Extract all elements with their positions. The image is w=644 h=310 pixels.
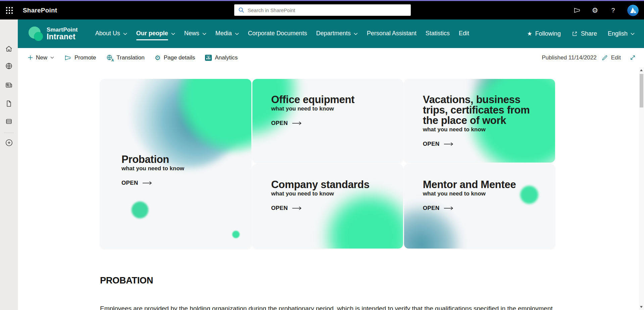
vertical-scrollbar bbox=[639, 67, 644, 310]
suite-bar: SharePoint ⚙ ? bbox=[0, 0, 644, 19]
chevron-down-icon bbox=[235, 33, 239, 35]
card-subtitle: what you need to know bbox=[271, 105, 390, 112]
waffle-icon bbox=[6, 7, 13, 14]
search-input[interactable] bbox=[248, 7, 407, 13]
scrollbar-thumb[interactable] bbox=[640, 74, 643, 107]
card-company-standards: Company standards what you need to know … bbox=[252, 164, 403, 249]
card-title: Vacations, business trips, certificates … bbox=[423, 94, 542, 126]
logo-line1: SmartPoint bbox=[47, 27, 78, 33]
analytics-icon bbox=[205, 55, 212, 61]
new-button[interactable]: New bbox=[28, 54, 54, 61]
open-link[interactable]: OPEN bbox=[121, 180, 152, 186]
logo-line2: Intranet bbox=[47, 33, 78, 41]
open-link[interactable]: OPEN bbox=[423, 141, 453, 147]
expand-icon bbox=[630, 54, 636, 61]
translation-icon: A bbox=[106, 54, 113, 61]
translation-button[interactable]: A Translation bbox=[106, 54, 144, 61]
main-nav: About Us Our people News Media Corporate… bbox=[95, 30, 469, 38]
card-office-equipment: Office equipment what you need to know O… bbox=[252, 79, 403, 163]
chevron-down-icon bbox=[171, 33, 175, 35]
arrow-right-icon bbox=[143, 181, 152, 185]
logo-mark-icon bbox=[29, 26, 44, 42]
arrow-right-icon bbox=[444, 142, 453, 146]
announcements-button[interactable] bbox=[573, 6, 581, 14]
page-details-button[interactable]: ⚙ Page details bbox=[155, 54, 195, 61]
card-subtitle: what you need to know bbox=[423, 126, 542, 133]
gear-icon: ⚙ bbox=[592, 7, 598, 14]
open-link[interactable]: OPEN bbox=[271, 120, 302, 127]
search-box[interactable] bbox=[234, 4, 411, 16]
sidebar-item-home[interactable] bbox=[0, 42, 18, 55]
help-button[interactable]: ? bbox=[609, 6, 617, 14]
scroll-up-arrow[interactable] bbox=[640, 69, 643, 71]
card-subtitle: what you need to know bbox=[271, 190, 390, 197]
app-sidebar bbox=[0, 19, 18, 310]
nav-item-edit[interactable]: Edit bbox=[459, 30, 469, 38]
sharepoint-page: SharePoint ⚙ ? bbox=[0, 0, 644, 310]
card-subtitle: what you need to know bbox=[121, 165, 238, 172]
sidebar-item-create[interactable] bbox=[0, 136, 18, 149]
card-title: Company standards bbox=[271, 179, 390, 190]
promote-button[interactable]: Promote bbox=[64, 54, 96, 61]
following-button[interactable]: ★ Following bbox=[527, 30, 561, 37]
open-link[interactable]: OPEN bbox=[423, 205, 453, 212]
card-title: Office equipment bbox=[271, 94, 390, 105]
nav-item-about-us[interactable]: About Us bbox=[95, 30, 127, 38]
sidebar-divider bbox=[4, 133, 14, 133]
header-actions: ★ Following Share English bbox=[527, 30, 635, 37]
card-subtitle: what you need to know bbox=[423, 190, 542, 197]
star-icon: ★ bbox=[527, 31, 532, 37]
lists-icon bbox=[5, 117, 13, 126]
scroll-down-arrow[interactable] bbox=[640, 306, 643, 308]
sidebar-item-sites[interactable] bbox=[0, 59, 18, 73]
add-circle-icon bbox=[5, 138, 13, 147]
share-icon bbox=[572, 31, 578, 37]
nav-item-personal-assistant[interactable]: Personal Assistant bbox=[367, 30, 416, 38]
card-vacations: Vacations, business trips, certificates … bbox=[404, 79, 555, 163]
megaphone-icon bbox=[64, 54, 71, 61]
question-mark-icon: ? bbox=[611, 7, 615, 14]
edit-page-button[interactable]: Edit bbox=[601, 54, 621, 61]
document-icon bbox=[5, 99, 13, 108]
chevron-down-icon bbox=[354, 33, 358, 35]
nav-item-media[interactable]: Media bbox=[215, 30, 239, 38]
nav-item-news[interactable]: News bbox=[184, 30, 206, 38]
arrow-right-icon bbox=[292, 121, 302, 125]
expand-button[interactable] bbox=[630, 54, 636, 61]
nav-item-our-people[interactable]: Our people bbox=[136, 30, 175, 38]
app-launcher-button[interactable] bbox=[0, 1, 19, 19]
arrow-right-icon bbox=[444, 206, 453, 210]
site-header: SmartPoint Intranet About Us Our people … bbox=[18, 19, 644, 48]
nav-item-statistics[interactable]: Statistics bbox=[426, 30, 450, 38]
nav-item-corporate-documents[interactable]: Corporate Documents bbox=[248, 30, 307, 38]
published-status: Published 11/14/2022 bbox=[542, 54, 596, 61]
sidebar-item-documents[interactable] bbox=[0, 97, 18, 110]
section-paragraph: Employees are provided by the holding or… bbox=[100, 304, 573, 310]
arrow-right-icon bbox=[292, 206, 302, 210]
suite-app-title[interactable]: SharePoint bbox=[23, 7, 57, 14]
chevron-down-icon bbox=[123, 33, 127, 35]
sidebar-item-news[interactable] bbox=[0, 78, 18, 92]
language-selector[interactable]: English bbox=[608, 30, 635, 37]
command-toolbar: New Promote A Translation ⚙ bbox=[18, 48, 644, 67]
account-avatar[interactable] bbox=[627, 5, 639, 16]
card-title: Mentor and Mentee bbox=[423, 179, 542, 190]
site-logo[interactable]: SmartPoint Intranet bbox=[29, 26, 78, 42]
pencil-icon bbox=[601, 54, 608, 61]
chevron-down-icon bbox=[202, 33, 206, 35]
section-heading: PROBATION bbox=[100, 275, 153, 286]
open-link[interactable]: OPEN bbox=[271, 205, 302, 212]
news-icon bbox=[5, 81, 13, 89]
analytics-button[interactable]: Analytics bbox=[205, 54, 238, 61]
decorative-blob bbox=[232, 231, 240, 238]
decorative-blob bbox=[131, 201, 149, 219]
chevron-down-icon bbox=[631, 33, 635, 35]
share-button[interactable]: Share bbox=[572, 30, 597, 37]
card-mentor-and-mentee: Mentor and Mentee what you need to know … bbox=[404, 164, 555, 249]
settings-button[interactable]: ⚙ bbox=[591, 6, 599, 14]
gear-icon: ⚙ bbox=[155, 54, 161, 61]
plus-icon bbox=[28, 55, 33, 60]
globe-icon bbox=[5, 62, 13, 70]
nav-item-departments[interactable]: Departments bbox=[316, 30, 358, 38]
sidebar-item-lists[interactable] bbox=[0, 115, 18, 128]
